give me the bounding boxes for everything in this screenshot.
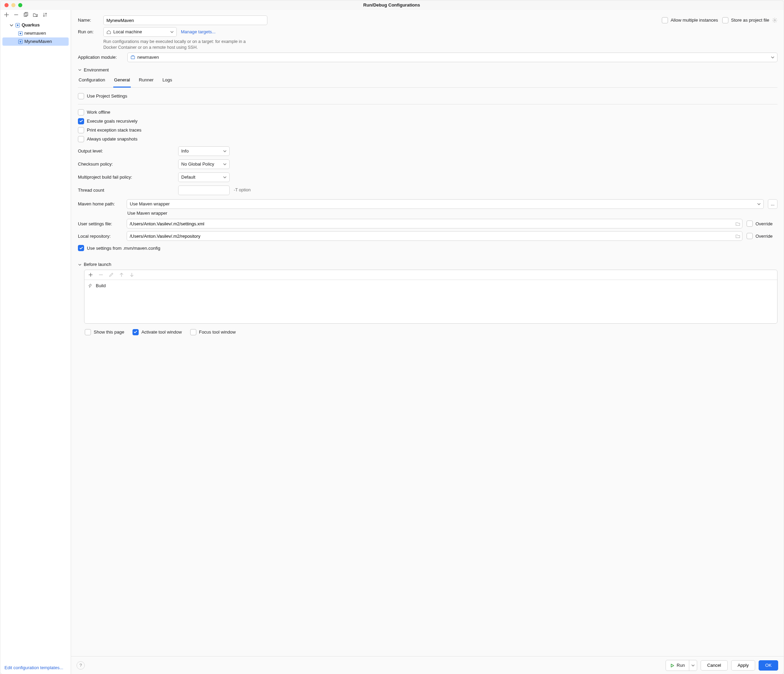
config-tree[interactable]: Quarkus newmaven MynewMaven [0, 20, 71, 661]
tree-node-newmaven[interactable]: newmaven [0, 29, 71, 37]
user-settings-override-checkbox[interactable]: Override [747, 219, 778, 228]
quarkus-icon [18, 31, 23, 36]
thread-count-label: Thread count [78, 187, 174, 193]
use-mvn-config-label: Use settings from .mvn/maven.config [87, 245, 160, 251]
execute-recursively-checkbox[interactable]: Execute goals recursively [78, 117, 778, 126]
folder-icon[interactable] [735, 221, 740, 226]
store-project-checkbox[interactable]: Store as project file [722, 16, 778, 25]
output-level-select[interactable]: Info [178, 146, 230, 156]
maven-home-select[interactable]: Use Maven wrapper [127, 199, 764, 209]
checkbox-icon [662, 17, 668, 23]
gear-icon[interactable] [772, 17, 778, 23]
show-page-checkbox[interactable]: Show this page [85, 328, 124, 337]
move-up-icon[interactable] [119, 272, 124, 278]
focus-tool-checkbox[interactable]: Focus tool window [190, 328, 236, 337]
svg-point-8 [774, 20, 775, 21]
sidebar: Quarkus newmaven MynewMaven Edit configu… [0, 10, 71, 674]
svg-rect-9 [131, 56, 135, 59]
svg-point-5 [20, 33, 21, 34]
activate-tool-checkbox[interactable]: Activate tool window [132, 328, 182, 337]
apply-button[interactable]: Apply [731, 660, 756, 671]
tree-item-label: MynewMaven [24, 39, 52, 45]
help-button[interactable]: ? [76, 661, 85, 669]
before-launch-item-label: Build [96, 283, 106, 289]
checkbox-icon [722, 17, 728, 23]
app-module-select[interactable]: newmaven [128, 53, 778, 62]
ok-button[interactable]: OK [759, 660, 778, 671]
run-button[interactable]: Run [666, 660, 697, 671]
titlebar: Run/Debug Configurations [0, 0, 784, 10]
before-launch-item[interactable]: Build [88, 283, 774, 289]
local-repo-input[interactable] [127, 231, 742, 241]
save-folder-icon[interactable] [33, 12, 38, 17]
user-settings-input[interactable] [127, 219, 742, 228]
window-close-button[interactable] [5, 3, 9, 7]
quarkus-icon [16, 23, 20, 28]
chevron-down-icon [78, 68, 82, 72]
environment-section-header[interactable]: Environment [78, 67, 778, 73]
tab-logs[interactable]: Logs [162, 75, 173, 87]
manage-targets-link[interactable]: Manage targets... [181, 29, 216, 35]
cancel-button[interactable]: Cancel [701, 660, 727, 671]
svg-point-3 [17, 24, 19, 26]
store-project-label: Store as project file [731, 17, 769, 23]
svg-point-7 [20, 41, 21, 42]
run-dropdown-button[interactable] [689, 660, 697, 671]
execute-recursively-label: Execute goals recursively [87, 118, 137, 124]
maven-home-value: Use Maven wrapper [130, 201, 170, 207]
use-project-settings-label: Use Project Settings [87, 93, 128, 99]
thread-count-hint: -T option [234, 187, 778, 193]
move-down-icon[interactable] [129, 272, 135, 278]
use-mvn-config-checkbox[interactable]: Use settings from .mvn/maven.config [78, 243, 778, 253]
local-repo-override-checkbox[interactable]: Override [747, 231, 778, 240]
chevron-down-icon [691, 664, 695, 667]
add-task-icon[interactable] [88, 272, 93, 278]
window-minimize-button[interactable] [11, 3, 16, 7]
tab-configuration[interactable]: Configuration [78, 75, 106, 87]
update-snapshots-checkbox[interactable]: Always update snapshots [78, 135, 778, 144]
chevron-down-icon [78, 263, 82, 267]
remove-task-icon[interactable] [98, 272, 104, 278]
chevron-down-icon [771, 56, 775, 59]
print-stack-checkbox[interactable]: Print exception stack traces [78, 126, 778, 135]
before-launch-title: Before launch [84, 261, 111, 268]
work-offline-checkbox[interactable]: Work offline [78, 108, 778, 117]
checksum-label: Checksum policy: [78, 161, 174, 167]
edit-task-icon[interactable] [109, 272, 114, 278]
fail-policy-select[interactable]: Default [178, 172, 230, 182]
tree-node-root[interactable]: Quarkus [0, 21, 71, 29]
name-input[interactable] [103, 16, 268, 25]
add-config-icon[interactable] [4, 12, 9, 17]
activate-tool-label: Activate tool window [142, 329, 182, 335]
app-module-value: newmaven [137, 54, 159, 61]
copy-config-icon[interactable] [23, 12, 28, 17]
chevron-down-icon [223, 150, 227, 153]
run-on-select[interactable]: Local machine [103, 27, 177, 37]
checksum-select[interactable]: No Global Policy [178, 159, 230, 169]
chevron-down-icon [223, 176, 227, 179]
folder-icon[interactable] [735, 234, 740, 239]
remove-config-icon[interactable] [13, 12, 19, 17]
checksum-value: No Global Policy [181, 161, 214, 167]
print-stack-label: Print exception stack traces [87, 127, 142, 133]
app-module-label: Application module: [78, 54, 123, 61]
chevron-down-icon [170, 30, 174, 34]
window-zoom-button[interactable] [18, 3, 22, 7]
tab-runner[interactable]: Runner [138, 75, 154, 87]
window-title: Run/Debug Configurations [22, 2, 761, 8]
user-settings-label: User settings file: [78, 221, 123, 227]
use-project-settings-checkbox[interactable]: Use Project Settings [78, 92, 778, 101]
override-label: Override [756, 233, 773, 239]
sort-icon[interactable] [42, 12, 48, 17]
tab-general[interactable]: General [113, 75, 131, 87]
chevron-down-icon [9, 23, 14, 28]
allow-multiple-checkbox[interactable]: Allow multiple instances [662, 16, 718, 25]
env-tabs: Configuration General Runner Logs [78, 75, 778, 87]
thread-count-input[interactable] [178, 186, 230, 195]
maven-home-browse-button[interactable]: ... [768, 199, 778, 209]
before-launch-header[interactable]: Before launch [78, 261, 778, 268]
edit-templates-link[interactable]: Edit configuration templates... [5, 665, 63, 670]
run-on-value: Local machine [113, 29, 142, 35]
allow-multiple-label: Allow multiple instances [671, 17, 718, 23]
tree-node-mynewmaven[interactable]: MynewMaven [2, 37, 68, 46]
